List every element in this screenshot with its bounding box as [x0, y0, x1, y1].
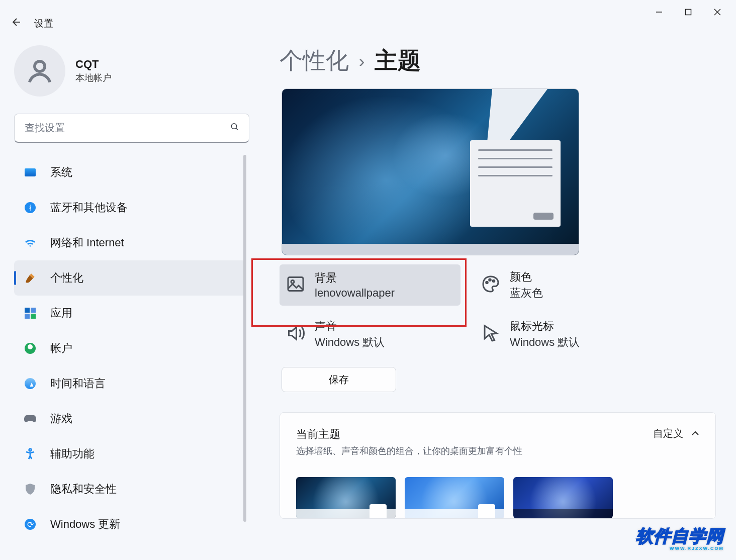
- nav-privacy[interactable]: 隐私和安全性: [14, 472, 246, 507]
- back-button[interactable]: [11, 16, 23, 31]
- svg-rect-1: [686, 10, 691, 15]
- theme-thumbnails: [296, 477, 699, 518]
- minimize-button[interactable]: [645, 4, 674, 20]
- nav-list: 系统 ᚼ蓝牙和其他设备 网络和 Internet 个性化 应用 帐户 时间和语言…: [14, 155, 246, 537]
- save-button[interactable]: 保存: [282, 367, 396, 392]
- chevron-right-icon: ›: [359, 51, 364, 71]
- search-input[interactable]: [14, 114, 249, 143]
- breadcrumb-parent[interactable]: 个性化: [280, 45, 349, 76]
- current-theme-card: 当前主题 选择墙纸、声音和颜色的组合，让你的桌面更加富有个性 自定义: [280, 412, 716, 519]
- palette-icon: [482, 275, 500, 295]
- wifi-icon: [23, 236, 37, 250]
- theme-option-cursor[interactable]: 鼠标光标 Windows 默认: [475, 314, 656, 355]
- account-block[interactable]: CQT 本地帐户: [14, 45, 249, 97]
- chevron-up-icon: [691, 429, 699, 438]
- action-label: 自定义: [653, 427, 683, 440]
- tile-title: 鼠标光标: [510, 319, 580, 334]
- avatar: [14, 45, 65, 97]
- nav-system[interactable]: 系统: [14, 155, 246, 190]
- tile-value: 蓝灰色: [510, 286, 543, 301]
- close-button[interactable]: [703, 4, 732, 20]
- svg-line-6: [236, 128, 238, 130]
- shield-icon: [23, 482, 37, 496]
- theme-thumb-3[interactable]: [513, 477, 613, 518]
- nav-time-language[interactable]: 时间和语言: [14, 366, 246, 401]
- maximize-button[interactable]: [674, 4, 703, 20]
- gamepad-icon: [23, 412, 37, 426]
- nav-windows-update[interactable]: ⟳Windows 更新: [14, 507, 246, 537]
- nav-network[interactable]: 网络和 Internet: [14, 225, 246, 260]
- tile-value: Windows 默认: [510, 335, 580, 350]
- account-name: CQT: [75, 58, 112, 71]
- globe-clock-icon: [25, 378, 36, 389]
- bluetooth-icon: ᚼ: [25, 202, 36, 213]
- watermark: 软件自学网 WWW.RJZXW.COM: [636, 525, 724, 551]
- svg-point-11: [489, 279, 491, 281]
- speaker-icon: [287, 324, 305, 344]
- nav-apps[interactable]: 应用: [14, 296, 246, 331]
- nav-accounts[interactable]: 帐户: [14, 331, 246, 366]
- preview-window-mock: [470, 140, 561, 227]
- svg-point-5: [231, 124, 237, 129]
- card-desc: 选择墙纸、声音和颜色的组合，让你的桌面更加富有个性: [296, 445, 522, 457]
- svg-point-12: [493, 280, 495, 282]
- svg-point-4: [35, 61, 45, 71]
- tile-title: 声音: [315, 319, 385, 334]
- svg-point-7: [29, 449, 32, 451]
- theme-thumb-2[interactable]: [405, 477, 504, 518]
- nav-personalization[interactable]: 个性化: [14, 260, 246, 296]
- card-title: 当前主题: [296, 427, 522, 442]
- theme-preview: [282, 88, 579, 255]
- nav-gaming[interactable]: 游戏: [14, 401, 246, 436]
- tile-title: 背景: [315, 270, 395, 286]
- main-content: 个性化 › 主题 背景 lenovowallpaper: [261, 45, 736, 537]
- search-icon: [230, 123, 239, 134]
- svg-point-10: [486, 282, 488, 284]
- header: 设置: [0, 15, 736, 32]
- apps-icon: [25, 308, 36, 319]
- theme-option-background[interactable]: 背景 lenovowallpaper: [280, 264, 461, 306]
- sidebar: CQT 本地帐户 系统 ᚼ蓝牙和其他设备 网络和 Internet 个性化 应用…: [0, 45, 261, 537]
- tile-title: 颜色: [510, 269, 543, 285]
- accessibility-icon: [23, 447, 37, 461]
- tile-value: Windows 默认: [315, 335, 385, 350]
- customize-expand[interactable]: 自定义: [653, 427, 699, 440]
- brush-icon: [23, 271, 37, 285]
- svg-point-9: [291, 281, 294, 284]
- tile-value: lenovowallpaper: [315, 287, 395, 300]
- breadcrumb: 个性化 › 主题: [280, 45, 716, 76]
- nav-bluetooth[interactable]: ᚼ蓝牙和其他设备: [14, 190, 246, 225]
- theme-option-sound[interactable]: 声音 Windows 默认: [280, 314, 461, 355]
- picture-icon: [287, 275, 305, 295]
- display-icon: [25, 168, 36, 176]
- cursor-icon: [482, 324, 500, 344]
- account-type: 本地帐户: [75, 72, 112, 84]
- account-icon: [25, 343, 36, 354]
- page-title: 主题: [375, 45, 421, 76]
- theme-option-color[interactable]: 颜色 蓝灰色: [475, 264, 656, 306]
- theme-thumb-1[interactable]: [296, 477, 396, 518]
- sync-icon: ⟳: [25, 519, 36, 530]
- nav-accessibility[interactable]: 辅助功能: [14, 436, 246, 472]
- app-title: 设置: [34, 17, 53, 30]
- scrollbar-thumb[interactable]: [243, 155, 246, 522]
